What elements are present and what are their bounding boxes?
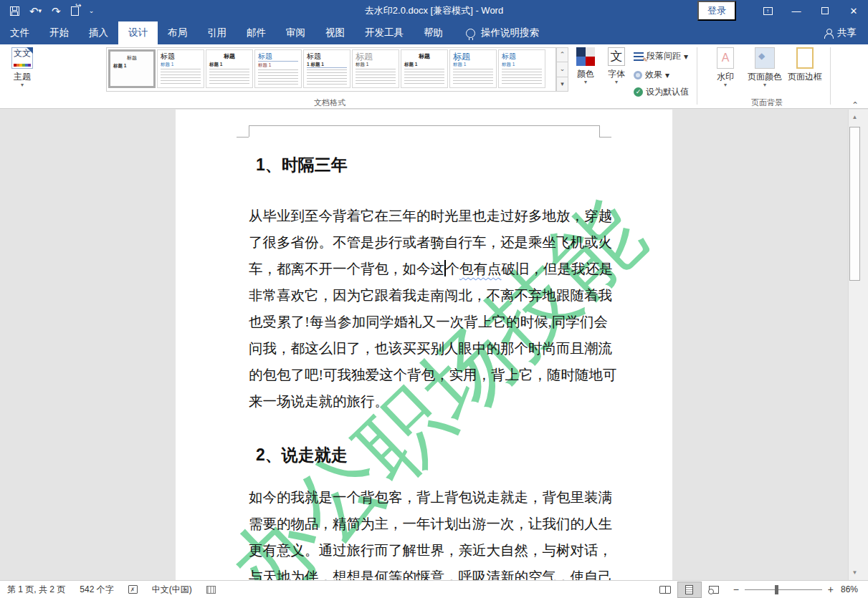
watermark-button[interactable]: A 水印 ▾ [710, 47, 741, 87]
document-line[interactable]: 非常喜欢它，因为它跟着我走南闯北，不离不弃地跟随着我 [249, 282, 608, 309]
document-line[interactable]: 车，都离不开一个背包，如今这个包有点破旧，但是我还是 [249, 256, 608, 282]
document-paragraph-1[interactable]: 从毕业到至今背着它在三年的时光里也走过好多地放，穿越 了很多省份。不管是步行或者… [249, 203, 608, 415]
page-color-button[interactable]: 页面颜色 ▾ [745, 47, 784, 87]
gallery-scroll-up-button[interactable]: ⌃ [556, 47, 568, 62]
ribbon-display-options-button[interactable]: ↑ [753, 0, 782, 21]
macro-record-button[interactable] [199, 586, 223, 594]
tab-references[interactable]: 引用 [197, 21, 237, 44]
tell-me-search[interactable]: 操作说明搜索 [466, 21, 539, 44]
style-set-option[interactable]: 标题 标题 1 [254, 49, 302, 88]
zoom-slider-thumb[interactable] [775, 585, 778, 594]
customize-qat-icon[interactable]: ⌄ [89, 8, 95, 14]
ribbon: 文文 主题 ▾ 标题 标题 1 标题 标题 1 标题 标题 1 标题 标题 1 … [0, 44, 868, 109]
print-layout-icon [685, 585, 693, 594]
tab-home[interactable]: 开始 [39, 21, 79, 44]
tab-review[interactable]: 审阅 [276, 21, 315, 44]
zoom-slider[interactable] [745, 589, 822, 590]
web-layout-icon [709, 586, 719, 594]
tab-mailings[interactable]: 邮件 [237, 21, 276, 44]
style-set-gallery: 标题 标题 1 标题 标题 1 标题 标题 1 标题 标题 1 标题 1 标题 … [106, 47, 556, 92]
tab-insert[interactable]: 插入 [79, 21, 118, 44]
document-line[interactable]: 问我，都这么旧了，也该买买别人眼中的那个时尚而且潮流 [249, 335, 608, 362]
effects-button[interactable]: 效果▾ [634, 69, 669, 81]
document-line[interactable]: 如今的我就是一个背包客，背上背包说走就走，背包里装满 [249, 484, 608, 511]
word-count[interactable]: 542 个字 [72, 584, 120, 596]
tab-design[interactable]: 设计 [118, 21, 158, 44]
document-line[interactable]: 了很多省份。不管是步行或者骑自行车，还是乘坐飞机或火 [249, 229, 608, 256]
style-set-option[interactable]: 标题 标题 1 [401, 49, 448, 88]
theme-colors-button[interactable]: 颜色 ▾ [571, 47, 600, 84]
tab-file[interactable]: 文件 [0, 21, 39, 44]
document-line[interactable]: 来一场说走就的旅行。 [249, 388, 608, 415]
style-set-option[interactable]: 标题 1 标题 1 [303, 49, 350, 88]
language-indicator[interactable]: 中文(中国) [145, 584, 199, 596]
title-bar: ↶▾ ↷ ⌄ 去水印2.0.docx [兼容模式] - Word 登录 ↑ — … [0, 0, 868, 21]
tell-me-label: 操作说明搜索 [481, 26, 539, 39]
style-set-option[interactable]: 标题 标题 1 [157, 49, 204, 88]
read-mode-button[interactable] [653, 582, 677, 598]
page-color-icon [755, 47, 775, 69]
document-line[interactable]: 需要的物品，精简为主，一年计划出游一次，让我们的人生 [249, 511, 608, 537]
login-button[interactable]: 登录 [697, 1, 736, 21]
text-boundary-marks [176, 110, 672, 138]
document-line[interactable]: 的包包了吧!可我独爱这个背包，实用，背上它，随时随地可 [249, 362, 608, 388]
paragraph-spacing-button[interactable]: 段落间距▾ [634, 50, 688, 62]
style-set-option[interactable]: 标题 标题 1 [498, 49, 545, 88]
proofing-check-icon: ✗ [128, 585, 138, 594]
save-icon[interactable] [10, 6, 19, 16]
group-label-page-background: 页面背景 [724, 97, 810, 108]
document-workspace: 办公职场技能 1、时隔三年 从毕业到至今背着它在三年的时光里也走过好多地放，穿越… [0, 110, 848, 580]
style-set-option[interactable]: 标题 标题 1 [449, 49, 497, 88]
document-paragraph-2[interactable]: 如今的我就是一个背包客，背上背包说走就走，背包里装满 需要的物品，精简为主，一年… [249, 484, 608, 580]
tab-layout[interactable]: 布局 [158, 21, 197, 44]
document-line[interactable]: 也受累了!每当参加同学婚礼又一次背上它的时候,同学们会 [249, 309, 608, 335]
proofing-check-button[interactable]: ✗ [121, 585, 145, 594]
page-borders-icon [796, 47, 814, 69]
document-line[interactable]: 更有意义。通过旅行而了解世界，亲近大自然，与树对话， [249, 537, 608, 564]
scroll-up-icon[interactable]: ▲ [849, 111, 860, 123]
document-page[interactable]: 办公职场技能 1、时隔三年 从毕业到至今背着它在三年的时光里也走过好多地放，穿越… [176, 110, 672, 580]
scrollbar-thumb[interactable] [849, 127, 860, 281]
page-indicator[interactable]: 第 1 页, 共 2 页 [0, 584, 72, 596]
text-cursor [431, 237, 439, 249]
macro-record-icon [206, 586, 216, 594]
zoom-out-button[interactable]: − [733, 584, 739, 595]
document-line[interactable]: 从毕业到至今背着它在三年的时光里也走过好多地放，穿越 [249, 203, 608, 229]
themes-button[interactable]: 文文 主题 ▾ [6, 47, 39, 87]
redo-icon[interactable]: ↷ [52, 6, 61, 16]
set-as-default-button[interactable]: ✓ 设为默认值 [634, 86, 689, 98]
tab-help[interactable]: 帮助 [414, 21, 453, 44]
style-set-current[interactable]: 标题 标题 1 [108, 49, 156, 88]
minimize-button[interactable]: — [782, 0, 811, 21]
tab-view[interactable]: 视图 [315, 21, 355, 44]
undo-dropdown-icon[interactable]: ▾ [39, 8, 42, 14]
document-heading-1[interactable]: 1、时隔三年 [256, 154, 607, 176]
theme-fonts-button[interactable]: 文 字体 ▾ [604, 47, 629, 84]
style-set-option[interactable]: 标题 标题 1 [352, 49, 399, 88]
quick-command-icon[interactable] [71, 6, 79, 16]
gallery-scroll-down-button[interactable]: ⌄ [556, 62, 568, 77]
tab-developer[interactable]: 开发工具 [355, 21, 414, 44]
web-layout-button[interactable] [702, 582, 726, 598]
document-line[interactable]: 与天地为伴，想想是何等的惬意，呼吸清新的空气，使自己 [249, 564, 608, 580]
maximize-button[interactable] [811, 0, 839, 21]
lightbulb-icon [466, 29, 475, 38]
zoom-percent[interactable]: 86% [841, 584, 868, 594]
collapse-ribbon-icon[interactable]: ⌃ [852, 100, 859, 110]
spellcheck-underline: 包有点 [459, 261, 502, 276]
gallery-more-button[interactable]: ▾ [556, 77, 568, 92]
zoom-in-button[interactable]: + [828, 584, 834, 595]
print-layout-button[interactable] [677, 582, 702, 598]
scrollbar-gutter [860, 110, 868, 580]
maximize-icon [821, 7, 829, 14]
vertical-scrollbar[interactable]: ▲ ▼ [848, 110, 860, 580]
undo-icon[interactable]: ↶▾ [29, 6, 42, 16]
checkmark-icon: ✓ [634, 87, 643, 97]
document-heading-2[interactable]: 2、说走就走 [256, 444, 607, 466]
theme-colors-icon [576, 47, 595, 66]
scroll-down-icon[interactable]: ▼ [849, 566, 860, 579]
style-set-option[interactable]: 标题 标题 1 [206, 49, 253, 88]
share-button[interactable]: 共享 [824, 21, 868, 44]
close-button[interactable]: ✕ [839, 0, 868, 21]
page-borders-button[interactable]: 页面边框 [786, 47, 824, 83]
